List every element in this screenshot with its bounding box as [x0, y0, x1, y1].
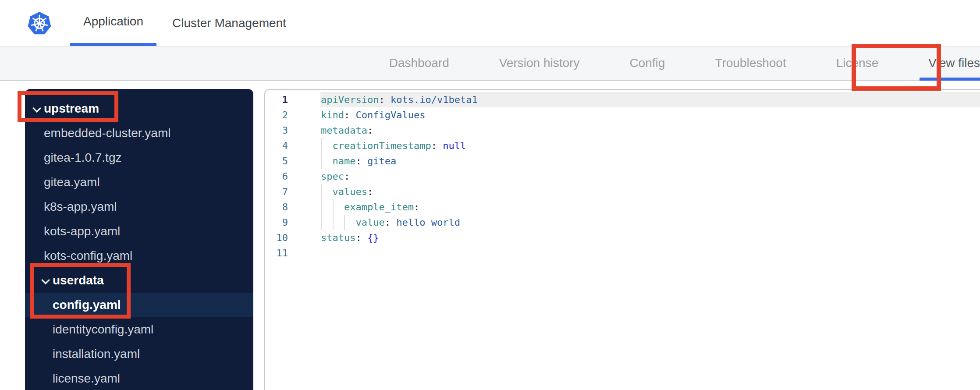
file-label: kots-config.yaml	[44, 249, 132, 263]
tab-dashboard[interactable]: Dashboard	[389, 46, 449, 80]
code-line-9: 9value: hello world	[265, 215, 980, 230]
tree-item-userdata[interactable]: userdata	[25, 268, 253, 293]
file-label: kots-app.yaml	[44, 224, 120, 238]
tab-label: License	[836, 56, 879, 70]
code-line-10: 10status: {}	[265, 230, 980, 245]
file-label: k8s-app.yaml	[44, 200, 117, 214]
file-label: gitea.yaml	[44, 175, 100, 189]
line-number: 2	[265, 107, 289, 123]
line-number: 1	[265, 92, 289, 107]
indent-guide	[333, 199, 344, 215]
file-label: license.yaml	[53, 372, 120, 386]
file-label: identityconfig.yaml	[53, 323, 153, 337]
code-line-11: 11	[265, 245, 980, 261]
line-number: 5	[265, 153, 289, 169]
tab-config[interactable]: Config	[629, 46, 665, 80]
line-content: status: {}	[320, 230, 980, 245]
tree-item-config-yaml[interactable]: config.yaml	[25, 293, 253, 317]
line-number: 8	[265, 199, 289, 215]
chevron-down-icon[interactable]	[32, 103, 44, 115]
code-line-8: 8example_item:	[265, 199, 980, 215]
line-content: values:	[320, 184, 980, 199]
file-label: embedded-cluster.yaml	[44, 126, 170, 140]
chevron-down-icon[interactable]	[41, 274, 53, 287]
line-number: 6	[265, 169, 289, 184]
tree-item-kots-app-yaml[interactable]: kots-app.yaml	[25, 219, 253, 244]
topnav-tab-label: Application	[83, 14, 143, 28]
code-line-4: 4creationTimestamp: null	[265, 138, 980, 153]
line-number: 9	[265, 215, 289, 230]
file-label: installation.yaml	[53, 347, 140, 361]
code-line-2: 2kind: ConfigValues	[265, 107, 980, 123]
file-label: gitea-1.0.7.tgz	[44, 151, 121, 165]
code-line-3: 3metadata:	[265, 123, 980, 138]
tab-label: View files	[928, 56, 980, 70]
tab-label: Dashboard	[389, 56, 449, 70]
tab-label: Troubleshoot	[715, 56, 786, 70]
indent-guide	[321, 184, 333, 199]
folder-label: userdata	[53, 273, 104, 287]
topnav-tab-application[interactable]: Application	[70, 0, 156, 46]
tree-item-embedded-cluster-yaml[interactable]: embedded-cluster.yaml	[25, 121, 253, 145]
tree-item-license-yaml[interactable]: license.yaml	[25, 366, 253, 390]
tree-item-gitea-1-0-7-tgz[interactable]: gitea-1.0.7.tgz	[25, 145, 253, 170]
indent-guide	[321, 138, 333, 153]
line-number: 4	[265, 138, 289, 153]
topnav-tab-label: Cluster Management	[172, 16, 286, 30]
topnav-tab-cluster-management[interactable]: Cluster Management	[159, 0, 299, 46]
code-line-5: 5name: gitea	[265, 153, 980, 169]
line-content: example_item:	[320, 199, 980, 215]
line-number: 11	[265, 245, 289, 261]
line-content: name: gitea	[320, 153, 980, 169]
tab-license[interactable]: License	[836, 46, 879, 80]
indent-guide	[321, 153, 333, 169]
line-content: creationTimestamp: null	[320, 138, 980, 153]
code-line-1: 1apiVersion: kots.io/v1beta1	[265, 92, 980, 107]
tree-item-installation-yaml[interactable]: installation.yaml	[25, 342, 253, 366]
code-line-6: 6spec:	[265, 169, 980, 184]
line-content: value: hello world	[320, 215, 980, 230]
line-content: apiVersion: kots.io/v1beta1	[320, 92, 980, 107]
file-tree: upstreamembedded-cluster.yamlgitea-1.0.7…	[25, 89, 253, 390]
tab-troubleshoot[interactable]: Troubleshoot	[715, 46, 786, 80]
tree-item-gitea-yaml[interactable]: gitea.yaml	[25, 170, 253, 195]
folder-label: upstream	[44, 102, 99, 116]
line-content: kind: ConfigValues	[320, 107, 980, 123]
top-navigation: Application Cluster Management	[0, 0, 980, 46]
code-rows: 1apiVersion: kots.io/v1beta12kind: Confi…	[265, 92, 980, 261]
tab-version-history[interactable]: Version history	[499, 46, 580, 80]
editor-pane[interactable]: 1apiVersion: kots.io/v1beta12kind: Confi…	[264, 89, 980, 390]
tree-item-identityconfig-yaml[interactable]: identityconfig.yaml	[25, 317, 253, 342]
tab-label: Config	[629, 56, 665, 70]
file-label: config.yaml	[53, 298, 121, 312]
indent-guide	[344, 215, 356, 230]
code-line-7: 7values:	[265, 184, 980, 199]
kubernetes-logo-icon	[27, 11, 52, 36]
line-number: 7	[265, 184, 289, 199]
indent-guide	[321, 199, 333, 215]
line-content: metadata:	[320, 123, 980, 138]
line-number: 10	[265, 230, 289, 245]
tree-item-kots-config-yaml[interactable]: kots-config.yaml	[25, 244, 253, 268]
line-content	[320, 245, 980, 261]
indent-guide	[321, 215, 333, 230]
line-number: 3	[265, 123, 289, 138]
active-tab-underline	[920, 78, 980, 81]
line-content: spec:	[320, 169, 980, 184]
tree-item-upstream[interactable]: upstream	[25, 96, 253, 121]
tree-item-k8s-app-yaml[interactable]: k8s-app.yaml	[25, 195, 253, 219]
subnav-tabs: DashboardVersion historyConfigTroublesho…	[0, 46, 980, 81]
tab-label: Version history	[499, 56, 580, 70]
tab-view-files[interactable]: View files	[928, 46, 980, 80]
indent-guide	[333, 215, 344, 230]
